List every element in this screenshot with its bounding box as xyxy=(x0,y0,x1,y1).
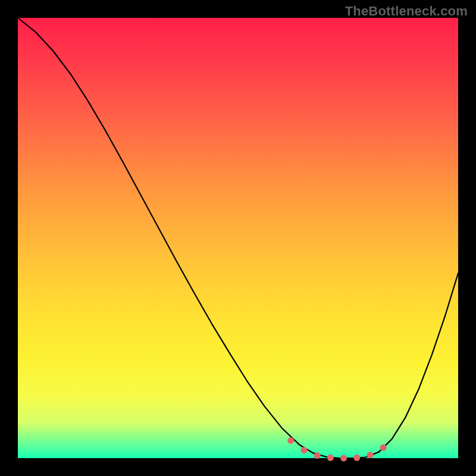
marker-dot xyxy=(327,455,334,461)
marker-dot xyxy=(367,452,374,458)
marker-dot xyxy=(353,455,360,461)
marker-dot xyxy=(340,455,347,462)
bottleneck-curve xyxy=(18,18,458,458)
marker-dot xyxy=(301,447,308,453)
curve-svg xyxy=(18,18,458,458)
marker-dot xyxy=(314,452,321,459)
marker-dot xyxy=(380,444,387,451)
chart-frame: TheBottleneck.com xyxy=(0,0,476,476)
marker-dot xyxy=(287,437,294,444)
watermark-text: TheBottleneck.com xyxy=(345,4,468,19)
plot-area xyxy=(18,18,458,458)
